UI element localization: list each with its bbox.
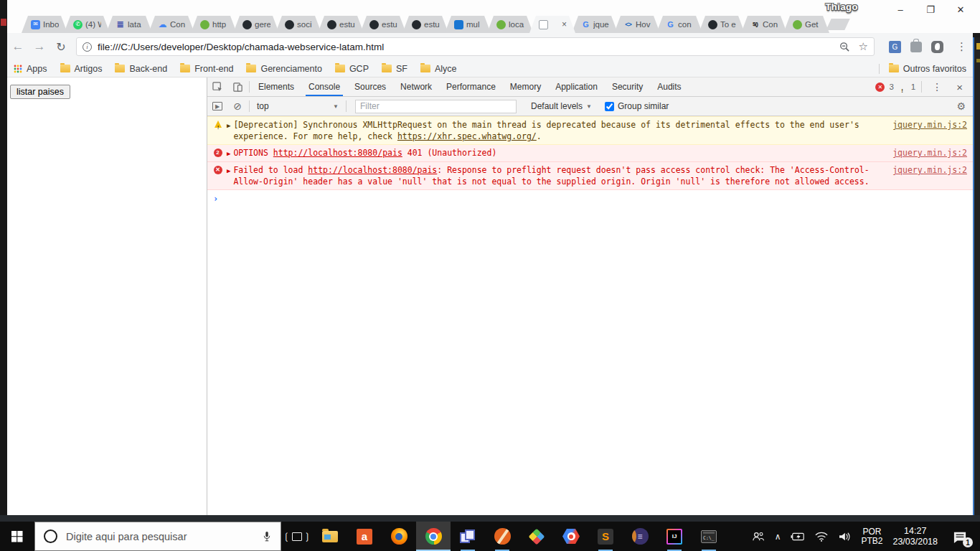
expand-arrow-icon[interactable]: ▶ bbox=[227, 120, 230, 131]
reload-icon[interactable]: ↻ bbox=[50, 36, 72, 57]
bookmark-folder-artigos[interactable]: Artigos bbox=[54, 64, 109, 74]
browser-tab-active[interactable]: × bbox=[529, 16, 575, 33]
start-button[interactable] bbox=[0, 522, 34, 551]
bookmark-folder-gerenciamento[interactable]: Gerenciamento bbox=[240, 64, 328, 74]
taskbar-orange-a-app[interactable]: a bbox=[347, 522, 382, 551]
page-info-icon[interactable]: i bbox=[83, 42, 92, 52]
devtools-tab-security[interactable]: Security bbox=[605, 77, 650, 96]
browser-tab[interactable]: http bbox=[191, 16, 237, 33]
console-source-link[interactable]: jquery.min.js:2 bbox=[892, 147, 967, 159]
bookmark-apps[interactable]: Apps bbox=[7, 60, 54, 77]
taskbar-eclipse[interactable]: ≡ bbox=[623, 522, 657, 551]
microphone-icon[interactable] bbox=[262, 529, 272, 544]
console-prompt[interactable]: › bbox=[207, 190, 973, 207]
browser-tab[interactable]: estu bbox=[318, 16, 364, 33]
devtools-tab-sources[interactable]: Sources bbox=[347, 77, 393, 96]
console-source-link[interactable]: jquery.min.js:2 bbox=[892, 119, 967, 131]
chrome-menu-icon[interactable]: ⋮ bbox=[951, 40, 973, 53]
browser-tab[interactable]: mul bbox=[445, 16, 491, 33]
task-view-button[interactable]: ❲❳ bbox=[281, 522, 313, 551]
browser-tab[interactable]: loca bbox=[487, 16, 533, 33]
console-message-link[interactable]: https://xhr.spec.whatwg.org/ bbox=[397, 131, 537, 141]
console-sidebar-toggle-icon[interactable]: ▶ bbox=[207, 97, 227, 116]
browser-tab[interactable]: Get bbox=[783, 16, 829, 33]
console-message-link[interactable]: http://localhost:8080/pais bbox=[273, 148, 402, 158]
battery-icon[interactable] bbox=[786, 522, 810, 551]
browser-tab[interactable]: estu bbox=[360, 16, 406, 33]
bookmark-star-icon[interactable]: ☆ bbox=[859, 40, 868, 53]
browser-tab[interactable]: Gcon bbox=[656, 16, 702, 33]
inspect-element-icon[interactable] bbox=[207, 77, 227, 96]
browser-tab[interactable]: ✉Inbo bbox=[22, 16, 67, 33]
browser-tab[interactable]: soci bbox=[275, 16, 321, 33]
bookmark-folder-alyce[interactable]: Alyce bbox=[414, 64, 463, 74]
bag-extension-icon[interactable] bbox=[910, 42, 922, 52]
devtools-tab-audits[interactable]: Audits bbox=[650, 77, 688, 96]
execution-context-selector[interactable]: top ▼ bbox=[251, 101, 344, 111]
console-filter-input[interactable] bbox=[355, 100, 517, 113]
browser-tab[interactable]: ≣lata bbox=[106, 16, 152, 33]
taskbar-diamond-tool[interactable] bbox=[519, 522, 554, 551]
clear-console-icon[interactable]: ⊘ bbox=[227, 97, 248, 116]
expand-arrow-icon[interactable]: ▶ bbox=[227, 165, 230, 176]
browser-tab[interactable]: ☁Con bbox=[149, 16, 194, 33]
zoom-out-icon[interactable] bbox=[839, 42, 850, 52]
chrome-profile-name[interactable]: Thiago bbox=[825, 1, 858, 12]
error-count[interactable]: 3 bbox=[889, 83, 893, 91]
bookmark-folder-sf[interactable]: SF bbox=[375, 64, 414, 74]
devtools-tab-performance[interactable]: Performance bbox=[439, 77, 503, 96]
close-button[interactable]: ✕ bbox=[946, 0, 976, 19]
taskbar-gcp-hexagon[interactable] bbox=[554, 522, 588, 551]
back-icon[interactable]: ← bbox=[7, 36, 29, 57]
expand-arrow-icon[interactable]: ▶ bbox=[227, 148, 230, 159]
browser-tab[interactable]: To e bbox=[699, 16, 745, 33]
devtools-tab-application[interactable]: Application bbox=[548, 77, 605, 96]
taskbar-cmd[interactable]: C:\_ bbox=[692, 522, 726, 551]
maximize-button[interactable]: ❐ bbox=[915, 0, 946, 19]
device-toolbar-icon[interactable] bbox=[227, 77, 248, 96]
console-message-link[interactable]: http://localhost:8080/pais bbox=[308, 165, 437, 175]
url-text[interactable]: file:///C:/Users/developer/Desktop/chama… bbox=[98, 42, 834, 52]
clock[interactable]: 14:27 23/03/2018 bbox=[887, 522, 943, 551]
bookmark-folder-front-end[interactable]: Front-end bbox=[174, 64, 240, 74]
devtools-tab-console[interactable]: Console bbox=[301, 77, 347, 96]
taskbar-soapui[interactable] bbox=[485, 522, 519, 551]
error-count-icon[interactable]: ✕ bbox=[875, 83, 885, 92]
devtools-tab-memory[interactable]: Memory bbox=[503, 77, 548, 96]
group-similar-checkbox[interactable] bbox=[605, 102, 614, 111]
dark-extension-icon[interactable] bbox=[931, 41, 943, 53]
language-indicator[interactable]: POR PTB2 bbox=[856, 522, 887, 551]
taskbar-chrome[interactable] bbox=[416, 522, 451, 551]
taskbar-sublime-text[interactable]: S bbox=[588, 522, 623, 551]
taskbar-search-box[interactable]: Digite aqui para pesquisar bbox=[34, 522, 281, 551]
devtools-tab-network[interactable]: Network bbox=[393, 77, 439, 96]
tab-close-icon[interactable]: × bbox=[562, 19, 567, 29]
bookmark-folder-back-end[interactable]: Back-end bbox=[108, 64, 174, 74]
log-levels-dropdown[interactable]: Default levels ▼ bbox=[524, 101, 599, 111]
browser-tab[interactable]: $()Con bbox=[741, 16, 787, 33]
taskbar-intellij[interactable]: IJ bbox=[657, 522, 692, 551]
console-source-link[interactable]: jquery.min.js:2 bbox=[892, 164, 967, 176]
bookmark-folder-gcp[interactable]: GCP bbox=[329, 64, 375, 74]
cortana-icon[interactable] bbox=[44, 529, 57, 543]
taskbar-blue-docs-app[interactable] bbox=[451, 522, 485, 551]
tray-expand-chevron-icon[interactable]: ∧ bbox=[770, 522, 786, 551]
browser-tab[interactable]: ✆(4) W bbox=[64, 16, 110, 33]
browser-tab[interactable]: <>Hov bbox=[614, 16, 660, 33]
people-icon[interactable] bbox=[747, 522, 770, 551]
listar-paises-button[interactable]: listar paises bbox=[10, 85, 70, 99]
translate-extension-icon[interactable]: G bbox=[889, 41, 901, 53]
devtools-menu-icon[interactable]: ⋮ bbox=[928, 81, 946, 93]
volume-icon[interactable] bbox=[833, 522, 856, 551]
bookmark-other-favorites[interactable]: Outros favoritos bbox=[882, 64, 973, 74]
warning-count[interactable]: 1 bbox=[911, 83, 915, 91]
taskbar-file-explorer[interactable] bbox=[313, 522, 347, 551]
devtools-close-icon[interactable]: × bbox=[951, 81, 969, 93]
wifi-icon[interactable] bbox=[810, 522, 833, 551]
forward-icon[interactable]: → bbox=[29, 36, 50, 57]
address-bar[interactable]: i file:///C:/Users/developer/Desktop/cha… bbox=[76, 37, 875, 56]
browser-tab[interactable]: Gjque bbox=[572, 16, 618, 33]
devtools-tab-elements[interactable]: Elements bbox=[251, 77, 301, 96]
minimize-button[interactable]: – bbox=[885, 0, 915, 19]
browser-tab[interactable]: gere bbox=[233, 16, 279, 33]
